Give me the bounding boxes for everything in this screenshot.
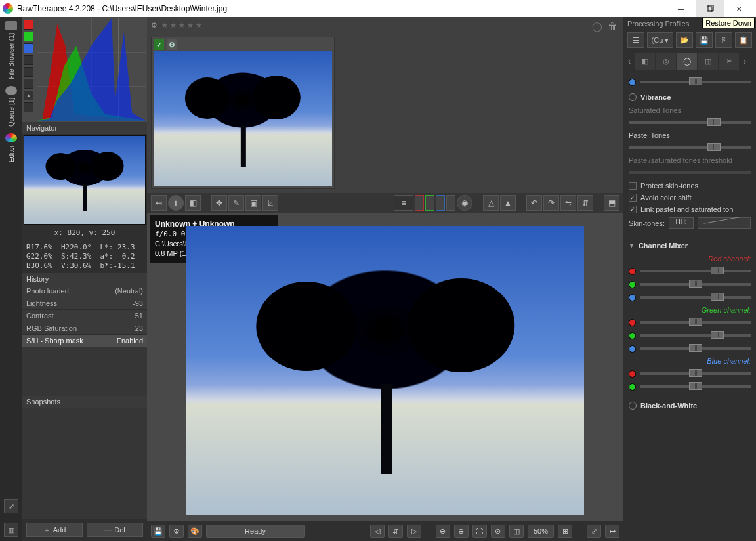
red-b-slider[interactable] — [629, 292, 751, 303]
right-scroll[interactable]: Vibrance Saturated Tones Pastel Tones Pa… — [623, 72, 756, 541]
crop-tool-button[interactable]: ▣ — [245, 195, 261, 211]
histogram-raw-toggle[interactable] — [24, 79, 33, 89]
preview-green-button[interactable] — [425, 195, 434, 211]
before-after-button[interactable]: ◧ — [185, 195, 201, 211]
preview-blue-button[interactable] — [436, 195, 445, 211]
protect-skin-tones-checkbox[interactable]: Protect skin-tones — [629, 180, 751, 192]
histogram-red-toggle[interactable] — [24, 20, 33, 30]
tab-queue[interactable]: Queue [1] — [2, 86, 20, 127]
info-button[interactable]: i — [168, 195, 184, 211]
power-icon[interactable] — [629, 402, 637, 410]
link-tones-checkbox[interactable]: ✓Link pastel and saturated ton — [629, 204, 751, 215]
preview-background-button[interactable]: ≡ — [394, 195, 413, 211]
profile-select[interactable]: (Cu ▾ — [647, 32, 673, 48]
tab-wavelet[interactable]: ◫ — [698, 53, 718, 70]
blue-g-slider[interactable] — [629, 381, 751, 393]
tabs-scroll-left[interactable]: ‹ — [625, 56, 634, 66]
profile-copy-button[interactable]: ⎘ — [715, 32, 732, 48]
preview-red-button[interactable] — [415, 195, 424, 211]
histogram-chroma-toggle[interactable] — [24, 67, 33, 77]
pastel-tones-slider[interactable] — [629, 142, 751, 154]
snapshot-del-button[interactable]: —Del — [87, 523, 143, 537]
histogram-green-toggle[interactable] — [24, 32, 33, 41]
gear-icon[interactable]: ⚙ — [151, 21, 158, 30]
new-detail-button[interactable]: ⊞ — [558, 525, 572, 538]
nav-sync-button[interactable]: ⇵ — [388, 525, 403, 538]
green-b-slider[interactable] — [629, 343, 751, 355]
nav-next-button[interactable]: ▷ — [407, 525, 421, 538]
nav-prev-button[interactable]: ◁ — [370, 525, 385, 538]
straighten-tool-button[interactable]: ⟀ — [262, 195, 278, 211]
toggle-fullscreen-button[interactable]: ⤢ — [587, 525, 601, 538]
tab-exposure[interactable]: ◧ — [635, 53, 655, 70]
zoom-out-button[interactable]: ⊖ — [436, 525, 450, 538]
trash-icon[interactable]: 🗑 — [608, 21, 617, 32]
histogram-bar-toggle[interactable] — [24, 102, 33, 112]
green-g-slider[interactable] — [629, 330, 751, 341]
zoom-in-button[interactable]: ⊕ — [454, 525, 469, 538]
zoom-crop-button[interactable]: ◫ — [509, 525, 524, 538]
profile-load-button[interactable]: 📂 — [676, 32, 693, 48]
zoom-fit-button[interactable]: ⛶ — [472, 525, 487, 538]
save-button[interactable]: 💾 — [151, 525, 165, 538]
zoom-100-button[interactable]: ⊙ — [491, 525, 505, 538]
left-rail: File Browser (1) Queue [1] Editor ⤢ ▥ — [0, 17, 22, 541]
window-restore-button[interactable] — [696, 0, 724, 17]
channel-mixer-header[interactable]: ▼ Channel Mixer — [629, 238, 751, 253]
rotate-right-button[interactable]: ↷ — [543, 195, 559, 211]
profile-paste-button[interactable]: 📋 — [735, 32, 752, 48]
tab-color[interactable]: ◯ — [677, 53, 697, 70]
green-r-slider[interactable] — [629, 316, 751, 328]
snapshot-add-button[interactable]: ＋Add — [26, 523, 83, 537]
toggle-left-panel-button[interactable]: ↤ — [151, 195, 167, 211]
flip-h-button[interactable]: ⇋ — [560, 195, 576, 211]
tab-transform[interactable]: ✂ — [719, 53, 739, 70]
red-g-slider[interactable] — [629, 278, 751, 290]
preview-focus-button[interactable]: ◉ — [457, 195, 472, 211]
profile-mode-button[interactable]: ☰ — [627, 32, 644, 48]
fullscreen-toggle-button[interactable]: ⤢ — [4, 499, 18, 513]
star-rating[interactable]: ★ ★ ★ ★ ★ — [161, 21, 202, 30]
vibrance-header[interactable]: Vibrance — [629, 89, 751, 105]
profile-save-button[interactable]: 💾 — [696, 32, 713, 48]
layout-toggle-button[interactable]: ▥ — [4, 523, 18, 537]
snapshots-list[interactable] — [22, 408, 147, 519]
tab-editor[interactable]: Editor — [2, 133, 20, 162]
tabs-scroll-right[interactable]: › — [740, 56, 749, 66]
histogram-mode-toggle[interactable]: ▲ — [24, 91, 33, 100]
saturated-tones-slider[interactable] — [629, 117, 751, 129]
window-minimize-button[interactable]: — — [667, 0, 696, 17]
navigator-thumbnail[interactable] — [22, 134, 147, 226]
monitor-profile-button[interactable]: ⬒ — [604, 195, 620, 211]
preview-luma-button[interactable] — [446, 195, 455, 211]
tab-file-browser[interactable]: File Browser (1) — [2, 21, 20, 79]
window-close-button[interactable]: ✕ — [724, 0, 753, 17]
black-and-white-header[interactable]: Black-and-White — [629, 398, 751, 414]
flip-v-button[interactable]: ⇵ — [578, 195, 593, 211]
highlight-clip-button[interactable]: △ — [483, 195, 499, 211]
toggle-right-panel-button[interactable]: ↦ — [605, 525, 620, 538]
thumb-gear-icon[interactable]: ⚙ — [167, 39, 177, 50]
folder-icon — [5, 21, 17, 30]
tab-detail[interactable]: ◎ — [656, 53, 676, 70]
filmstrip-thumb[interactable]: ✓ ⚙ — [151, 37, 335, 189]
external-editor-button[interactable]: 🎨 — [188, 525, 202, 538]
shadow-clip-button[interactable]: ▲ — [500, 195, 516, 211]
rotate-left-button[interactable]: ↶ — [526, 195, 542, 211]
skin-tones-hh-field[interactable]: HH: — [669, 217, 694, 229]
hand-tool-button[interactable]: ✥ — [211, 195, 227, 211]
histogram-blue-toggle[interactable] — [24, 43, 33, 53]
picker-tool-button[interactable]: ✎ — [228, 195, 244, 211]
power-icon[interactable] — [629, 93, 637, 101]
unrated-icon[interactable]: ◯ — [592, 21, 602, 32]
prior-slider-tail[interactable] — [629, 76, 751, 88]
skin-tones-curve-button[interactable] — [698, 217, 751, 229]
queue-button[interactable]: ⚙ — [169, 525, 184, 538]
image-canvas[interactable]: Unknown + Unknown f/0.0 0.0s ISO0 0.00mm… — [147, 213, 623, 521]
history-list[interactable]: Photo loaded(Neutral) Lightness-93 Contr… — [22, 285, 147, 396]
avoid-color-shift-checkbox[interactable]: ✓Avoid color shift — [629, 192, 751, 204]
blue-r-slider[interactable] — [629, 368, 751, 379]
histogram-luma-toggle[interactable] — [24, 55, 33, 65]
threshold-slider[interactable] — [629, 167, 751, 179]
red-r-slider[interactable] — [629, 265, 751, 277]
